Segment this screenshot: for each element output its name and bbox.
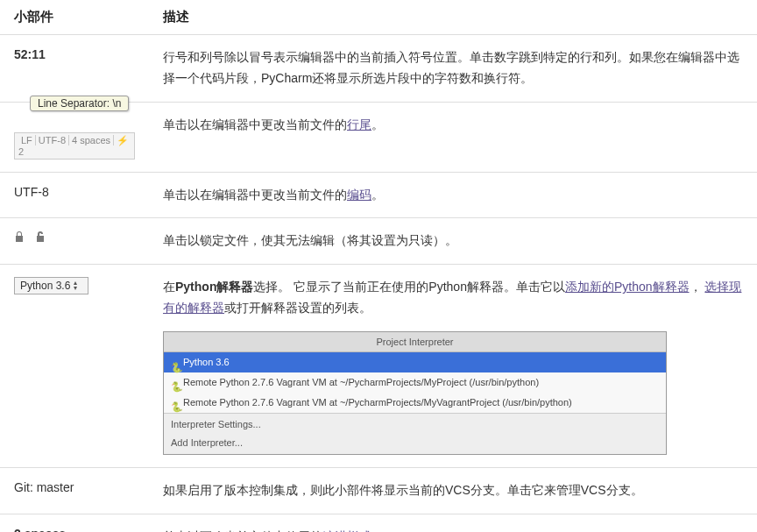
widget-interpreter[interactable]: Python 3.6 ▴▾ xyxy=(0,265,149,468)
widget-encoding[interactable]: UTF-8 xyxy=(0,172,149,218)
link-line-ending[interactable]: 行尾 xyxy=(347,117,371,131)
python-icon: 🐍 xyxy=(171,379,180,387)
lock-closed-icon xyxy=(14,231,28,245)
spinner-icon: ▴▾ xyxy=(74,280,82,291)
desc-interpreter: 在Python解释器选择。 它显示了当前正在使用的Python解释器。单击它以添… xyxy=(149,265,757,468)
desc-lock: 单击以锁定文件，使其无法编辑（将其设置为只读）。 xyxy=(149,218,757,265)
popup-item[interactable]: 🐍Remote Python 2.7.6 Vagrant VM at ~/Pyc… xyxy=(164,372,666,393)
desc-line-separator: 单击以在编辑器中更改当前文件的行尾。 xyxy=(149,102,757,172)
tooltip-line-separator: Line Separator: \n xyxy=(30,96,129,111)
row-line-separator: Line Separator: \n LFUTF-84 spaces⚡ 2 单击… xyxy=(0,102,757,172)
widget-position[interactable]: 52:11 xyxy=(0,35,149,103)
row-encoding: UTF-8 单击以在编辑器中更改当前文件的编码。 xyxy=(0,172,757,218)
popup-add[interactable]: Add Interpreter... xyxy=(164,435,666,454)
row-lock: 单击以锁定文件，使其无法编辑（将其设置为只读）。 xyxy=(0,218,757,265)
interpreter-popup: Project Interpreter 🐍Python 3.6 🐍Remote … xyxy=(163,331,667,455)
statusbar-fragment: LFUTF-84 spaces⚡ 2 xyxy=(14,132,135,160)
desc-encoding: 单击以在编辑器中更改当前文件的编码。 xyxy=(149,172,757,218)
desc-git: 如果启用了版本控制集成，则此小部件将显示当前的VCS分支。单击它来管理VCS分支… xyxy=(149,467,757,514)
link-encoding[interactable]: 编码 xyxy=(347,188,371,202)
row-indent: 2 spaces 单击以更改当前文件中使用的缩进样式。 xyxy=(0,514,757,532)
widget-indent[interactable]: 2 spaces xyxy=(0,514,149,532)
row-git: Git: master 如果启用了版本控制集成，则此小部件将显示当前的VCS分支… xyxy=(0,467,757,514)
widget-lock[interactable] xyxy=(0,218,149,265)
desc-position: 行号和列号除以冒号表示编辑器中的当前插入符号位置。单击数字跳到特定的行和列。如果… xyxy=(149,35,757,103)
lock-open-icon xyxy=(35,231,46,245)
widget-git[interactable]: Git: master xyxy=(0,467,149,514)
link-add-interpreter[interactable]: 添加新的Python解释器 xyxy=(565,280,690,294)
interpreter-dropdown[interactable]: Python 3.6 ▴▾ xyxy=(14,277,88,294)
col-widget: 小部件 xyxy=(0,0,149,35)
row-interpreter: Python 3.6 ▴▾ 在Python解释器选择。 它显示了当前正在使用的P… xyxy=(0,265,757,468)
python-icon: 🐍 xyxy=(171,399,180,408)
col-desc: 描述 xyxy=(149,0,757,35)
popup-item[interactable]: 🐍Remote Python 2.7.6 Vagrant VM at ~/Pyc… xyxy=(164,393,666,413)
popup-title: Project Interpreter xyxy=(164,332,666,353)
popup-selected[interactable]: 🐍Python 3.6 xyxy=(164,352,666,372)
widget-line-separator[interactable]: Line Separator: \n LFUTF-84 spaces⚡ 2 xyxy=(0,102,149,172)
popup-settings[interactable]: Interpreter Settings... xyxy=(164,413,666,436)
widgets-table: 小部件 描述 52:11 行号和列号除以冒号表示编辑器中的当前插入符号位置。单击… xyxy=(0,0,757,532)
row-position: 52:11 行号和列号除以冒号表示编辑器中的当前插入符号位置。单击数字跳到特定的… xyxy=(0,35,757,103)
desc-indent: 单击以更改当前文件中使用的缩进样式。 xyxy=(149,514,757,532)
python-icon: 🐍 xyxy=(171,359,180,368)
